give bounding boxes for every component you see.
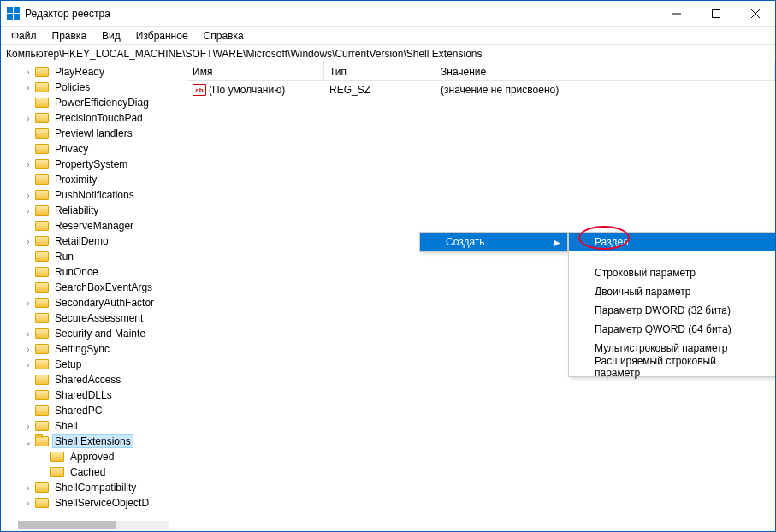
tree-item[interactable]: ›RetailDemo	[35, 233, 187, 249]
expander-icon[interactable]: ›	[23, 345, 33, 354]
tree-item[interactable]: Run	[35, 249, 187, 264]
expander-icon[interactable]: ›	[23, 499, 33, 508]
tree-item-label: Setup	[52, 358, 84, 370]
col-type[interactable]: Тип	[324, 62, 435, 80]
values-pane[interactable]: Имя Тип Значение ab (По умолчанию) REG_S…	[187, 62, 775, 531]
ctx-label: Мультистроковый параметр	[595, 342, 728, 354]
tree-item-label: PowerEfficiencyDiag	[52, 97, 151, 109]
tree-item[interactable]: ⌄Shell Extensions	[35, 434, 187, 449]
menu-favorites[interactable]: Избранное	[129, 28, 195, 44]
tree-item[interactable]: SharedPC	[35, 403, 187, 418]
expander-icon[interactable]: ›	[23, 329, 33, 339]
tree-item[interactable]: ›Shell	[35, 418, 187, 434]
ctx-new-expandstring[interactable]: Расширяемый строковый параметр	[569, 358, 776, 376]
ctx-create[interactable]: Создать ▶	[420, 233, 567, 251]
window-title: Редактор реестра	[25, 8, 657, 20]
tree-item[interactable]: PowerEfficiencyDiag	[35, 95, 187, 110]
folder-icon	[35, 82, 49, 92]
tree-item[interactable]: Cached	[35, 464, 187, 480]
folder-icon	[35, 359, 49, 369]
expander-icon[interactable]: ›	[23, 191, 33, 200]
tree-item-label: ShellCompatibility	[52, 482, 139, 494]
tree-item[interactable]: ›PushNotifications	[35, 187, 187, 203]
tree-item[interactable]: ›ShellServiceObjectD	[35, 495, 187, 511]
tree-item[interactable]: ›SettingSync	[35, 341, 187, 357]
menu-help[interactable]: Справка	[197, 28, 251, 44]
folder-icon	[35, 328, 49, 339]
tree-item[interactable]: SharedDLLs	[35, 387, 187, 403]
scrollbar-thumb[interactable]	[18, 521, 116, 529]
tree-item[interactable]: ›SecondaryAuthFactor	[35, 295, 187, 310]
folder-icon	[35, 498, 49, 508]
menu-file[interactable]: Файл	[4, 28, 44, 44]
expander-icon[interactable]: ›	[23, 160, 33, 169]
tree-item[interactable]: ›PropertySystem	[35, 157, 187, 172]
folder-icon	[35, 205, 49, 216]
close-button[interactable]	[736, 1, 775, 27]
expander-icon[interactable]: ›	[23, 114, 33, 123]
expander-icon[interactable]: ›	[23, 360, 33, 369]
tree-item[interactable]: Proximity	[35, 172, 187, 187]
expander-icon[interactable]: ›	[23, 299, 33, 308]
folder-icon	[35, 113, 49, 123]
folder-icon	[35, 190, 49, 200]
tree-item[interactable]: ›ShellCompatibility	[35, 480, 187, 495]
folder-icon	[50, 467, 64, 477]
folder-icon	[35, 67, 49, 77]
expander-icon[interactable]: ›	[23, 483, 33, 493]
tree-item-label: PropertySystem	[52, 158, 130, 170]
tree-item-label: SharedAccess	[52, 374, 123, 386]
expander-icon[interactable]: ›	[23, 68, 33, 77]
folder-icon	[35, 251, 49, 262]
expander-icon[interactable]: ›	[23, 206, 33, 216]
folder-icon	[50, 452, 64, 462]
expander-icon[interactable]: ⌄	[23, 437, 33, 446]
tree-item[interactable]: Privacy	[35, 141, 187, 157]
expander-icon[interactable]: ›	[23, 237, 33, 246]
tree-item[interactable]: ›Policies	[35, 80, 187, 95]
tree-item[interactable]: SecureAssessment	[35, 310, 187, 326]
folder-icon	[35, 267, 49, 277]
ctx-new-qword[interactable]: Параметр QWORD (64 бита)	[569, 320, 776, 339]
tree-scrollbar[interactable]	[18, 521, 169, 529]
ctx-label: Строковый параметр	[595, 267, 696, 279]
tree-item[interactable]: ›PrecisionTouchPad	[35, 110, 187, 126]
string-value-icon: ab	[193, 84, 206, 96]
folder-icon	[35, 298, 49, 308]
expander-icon[interactable]: ›	[23, 422, 33, 431]
tree-item[interactable]: SearchBoxEventArgs	[35, 280, 187, 295]
tree-item[interactable]: ›Security and Mainte	[35, 326, 187, 341]
ctx-label: Параметр QWORD (64 бита)	[595, 323, 732, 335]
tree-item[interactable]: RunOnce	[35, 264, 187, 280]
minimize-button[interactable]	[657, 1, 696, 27]
menu-view[interactable]: Вид	[95, 28, 127, 44]
tree-item-label: RetailDemo	[52, 235, 111, 247]
value-row[interactable]: ab (По умолчанию) REG_SZ (значение не пр…	[187, 81, 775, 98]
col-name[interactable]: Имя	[187, 62, 324, 80]
tree-item[interactable]: ›Reliability	[35, 203, 187, 218]
tree-item[interactable]: PreviewHandlers	[35, 126, 187, 141]
address-bar[interactable]: Компьютер\HKEY_LOCAL_MACHINE\SOFTWARE\Mi…	[1, 45, 775, 62]
tree-item[interactable]: ›PlayReady	[35, 64, 187, 80]
ctx-new-binary[interactable]: Двоичный параметр	[569, 282, 776, 301]
ctx-new-dword[interactable]: Параметр DWORD (32 бита)	[569, 301, 776, 320]
tree-item[interactable]: SharedAccess	[35, 372, 187, 387]
maximize-button[interactable]	[696, 1, 736, 27]
menu-edit[interactable]: Правка	[45, 28, 94, 44]
tree-item[interactable]: ReserveManager	[35, 218, 187, 233]
ctx-new-key[interactable]: Раздел	[569, 233, 776, 251]
expander-icon[interactable]: ›	[23, 83, 33, 92]
ctx-new-string[interactable]: Строковый параметр	[569, 263, 776, 282]
folder-icon	[35, 405, 49, 416]
folder-icon	[35, 344, 49, 354]
folder-icon	[35, 313, 49, 323]
folder-icon	[35, 128, 49, 139]
tree-item-label: Shell Extensions	[52, 434, 133, 448]
ctx-create-label: Создать	[446, 236, 485, 248]
tree-item[interactable]: Approved	[35, 449, 187, 464]
col-data[interactable]: Значение	[435, 62, 775, 80]
folder-icon	[35, 144, 49, 154]
tree-pane[interactable]: ›PlayReady›PoliciesPowerEfficiencyDiag›P…	[1, 62, 187, 531]
tree-item-label: Reliability	[52, 204, 101, 216]
tree-item[interactable]: ›Setup	[35, 357, 187, 372]
